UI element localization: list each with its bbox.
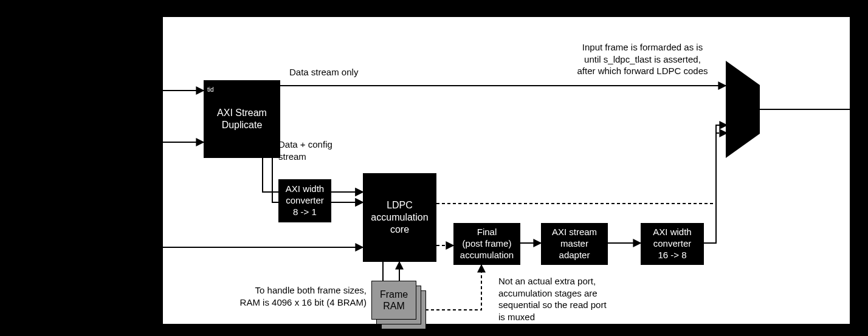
note-output-behavior: Input frame is formarded as is until s_l… [565,41,720,77]
tid-label: tid [207,86,214,93]
note-data-stream-only: Data stream only [289,66,358,78]
final-accumulation-block: Final (post frame) accumulation [453,223,520,265]
axi-width-converter-8-1-block: AXI width converter 8 -> 1 [278,179,331,222]
axi-width-converter-16-8-block: AXI width converter 16 -> 8 [641,223,704,265]
ldpc-accumulation-core-label: LDPC accumulation core [371,199,428,236]
axi-stream-duplicate-block: AXI Stream Duplicate [204,80,280,158]
axi-stream-master-adapter-block: AXI stream master adapter [541,223,608,265]
note-mux-port: Not an actual extra port, accumulation s… [498,275,607,323]
axi-width-converter-16-8-label: AXI width converter 16 -> 8 [653,227,691,261]
frame-ram-label: Frame RAM [380,289,408,312]
frame-ram-front: Frame RAM [371,281,416,320]
note-ram-size: To handle both frame sizes, RAM is 4096 … [235,284,367,308]
final-accumulation-label: Final (post frame) accumulation [460,227,514,261]
frame-ram-stack: Frame RAM [371,281,426,329]
note-data-config: Data + config stream [278,139,332,162]
axi-stream-duplicate-label: AXI Stream Duplicate [217,107,267,131]
svg-marker-12 [726,61,760,158]
axi-width-converter-8-1-label: AXI width converter 8 -> 1 [286,183,324,218]
axi-stream-master-adapter-label: AXI stream master adapter [552,227,597,261]
output-mux [726,61,760,158]
ldpc-accumulation-core-block: LDPC accumulation core [363,173,436,262]
